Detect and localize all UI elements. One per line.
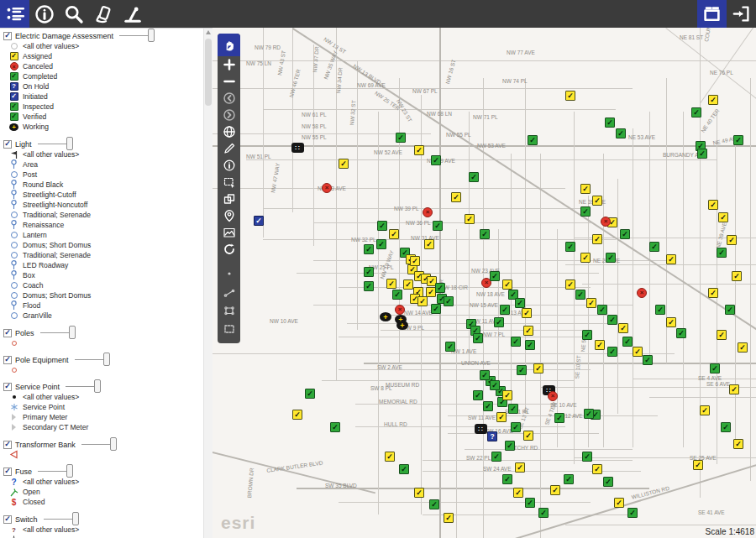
marker-assigned[interactable]: ✓: [738, 342, 748, 353]
marker-assigned[interactable]: ✓: [565, 91, 575, 101]
marker-completed[interactable]: ✓: [721, 422, 731, 432]
marker-assigned[interactable]: ✓: [708, 288, 718, 298]
marker-onhold[interactable]: ?: [487, 431, 497, 441]
sidebar-scrollbar[interactable]: [203, 29, 213, 538]
marker-completed[interactable]: ✓: [582, 330, 592, 340]
marker-assigned[interactable]: ✓: [385, 452, 395, 462]
marker-canceled[interactable]: ×: [322, 183, 332, 193]
marker-completed[interactable]: ✓: [717, 248, 727, 258]
sidebar-scrollbar-thumb[interactable]: [205, 39, 212, 106]
copy-features-icon[interactable]: [218, 191, 240, 207]
marker-completed[interactable]: ✓: [554, 413, 564, 423]
marker-assigned[interactable]: ✓: [386, 279, 396, 289]
windows-icon[interactable]: [697, 0, 727, 28]
marker-assigned[interactable]: ✓: [550, 485, 560, 495]
opacity-slider[interactable]: [81, 444, 113, 445]
marker-completed[interactable]: ✓: [490, 271, 500, 281]
marker-completed[interactable]: ✓: [431, 304, 441, 314]
basemap-image-icon[interactable]: [218, 224, 240, 241]
marker-completed[interactable]: ✓: [607, 315, 617, 325]
marker-completed[interactable]: ✓: [364, 281, 374, 291]
marker-completed[interactable]: ✓: [480, 370, 490, 380]
marker-assigned[interactable]: ✓: [523, 431, 533, 441]
marker-completed[interactable]: ✓: [364, 244, 374, 254]
identify-info-icon[interactable]: [29, 0, 59, 28]
measure-icon[interactable]: [118, 0, 147, 28]
marker-assigned[interactable]: ✓: [592, 196, 602, 206]
markup-tools-icon[interactable]: [88, 0, 118, 28]
marker-working[interactable]: +: [396, 321, 408, 330]
layer-checkbox[interactable]: ✓: [3, 140, 12, 149]
exit-icon[interactable]: [727, 0, 756, 28]
draw-line-icon[interactable]: [218, 283, 240, 301]
layer-checkbox[interactable]: ✓: [3, 383, 12, 391]
marker-assigned[interactable]: ✓: [389, 229, 399, 239]
full-extent-icon[interactable]: [218, 123, 240, 140]
layer-checkbox[interactable]: ✓: [3, 329, 12, 337]
marker-completed[interactable]: ✓: [500, 305, 510, 315]
marker-crew[interactable]: ::: [291, 143, 304, 153]
marker-completed[interactable]: ✓: [564, 474, 574, 484]
marker-assigned[interactable]: ✓: [666, 317, 676, 327]
marker-completed[interactable]: ✓: [620, 229, 630, 239]
marker-completed[interactable]: ✓: [505, 441, 515, 451]
marker-assigned[interactable]: ✓: [708, 200, 718, 210]
marker-completed[interactable]: ✓: [483, 401, 493, 411]
marker-assigned[interactable]: ✓: [633, 347, 643, 357]
layer-checkbox[interactable]: ✓: [3, 515, 12, 524]
marker-completed[interactable]: ✓: [605, 118, 615, 128]
select-marquee-icon[interactable]: [218, 174, 240, 191]
marker-completed[interactable]: ✓: [580, 206, 591, 217]
marker-assigned[interactable]: ✓: [496, 412, 507, 422]
opacity-slider-thumb[interactable]: [103, 353, 110, 366]
layer-checkbox[interactable]: ✓: [3, 441, 12, 449]
draw-rectangle-icon[interactable]: [218, 320, 240, 338]
zoom-in-icon[interactable]: [218, 56, 240, 73]
marker-completed[interactable]: ✓: [607, 347, 617, 357]
marker-completed[interactable]: ✓: [508, 404, 518, 414]
marker-completed[interactable]: ✓: [429, 499, 439, 509]
map-canvas[interactable]: esri Scale 1:4618 NW 79 RDNW 75 LNNW 13 …: [213, 28, 756, 538]
marker-completed[interactable]: ✓: [473, 390, 483, 400]
marker-assigned[interactable]: ✓: [502, 390, 512, 400]
opacity-slider-thumb[interactable]: [69, 326, 76, 339]
marker-assigned[interactable]: ✓: [403, 279, 413, 290]
marker-completed[interactable]: ✓: [305, 389, 315, 399]
marker-assigned[interactable]: ✓: [666, 254, 676, 264]
marker-completed[interactable]: ✓: [575, 290, 585, 300]
marker-assigned[interactable]: ✓: [595, 340, 605, 350]
opacity-slider[interactable]: [38, 471, 70, 472]
marker-completed[interactable]: ✓: [377, 221, 387, 231]
marker-completed[interactable]: ✓: [473, 333, 483, 343]
marker-assigned[interactable]: ✓: [513, 488, 523, 498]
marker-completed[interactable]: ✓: [622, 337, 633, 347]
marker-completed[interactable]: ✓: [490, 380, 500, 390]
opacity-slider[interactable]: [38, 144, 70, 144]
marker-completed[interactable]: ✓: [643, 355, 653, 365]
marker-completed[interactable]: ✓: [606, 253, 616, 263]
marker-completed[interactable]: ✓: [364, 267, 374, 277]
marker-assigned[interactable]: ✓: [417, 296, 428, 306]
next-extent-icon[interactable]: [218, 107, 240, 123]
marker-completed[interactable]: ✓: [676, 328, 686, 338]
marker-assigned[interactable]: ✓: [451, 192, 461, 202]
edit-pencil-icon[interactable]: [218, 140, 240, 157]
marker-completed[interactable]: ✓: [445, 342, 455, 352]
opacity-slider[interactable]: [40, 332, 72, 333]
marker-completed[interactable]: ✓: [725, 305, 735, 315]
marker-completed[interactable]: ✓: [511, 337, 521, 347]
draw-polygon-icon[interactable]: [218, 301, 240, 320]
marker-completed[interactable]: ✓: [517, 365, 527, 375]
marker-assigned[interactable]: ✓: [444, 513, 454, 523]
marker-working[interactable]: +: [380, 312, 391, 321]
marker-completed[interactable]: ✓: [469, 172, 479, 182]
marker-assigned[interactable]: ✓: [614, 498, 624, 508]
marker-canceled[interactable]: ×: [637, 288, 647, 298]
map-info-icon[interactable]: [218, 157, 240, 174]
marker-completed[interactable]: ✓: [435, 283, 445, 293]
marker-assigned[interactable]: ✓: [502, 279, 512, 290]
marker-assigned[interactable]: ✓: [718, 212, 728, 222]
marker-completed[interactable]: ✓: [502, 474, 512, 484]
marker-assigned[interactable]: ✓: [708, 95, 718, 105]
marker-assigned[interactable]: ✓: [580, 184, 591, 194]
